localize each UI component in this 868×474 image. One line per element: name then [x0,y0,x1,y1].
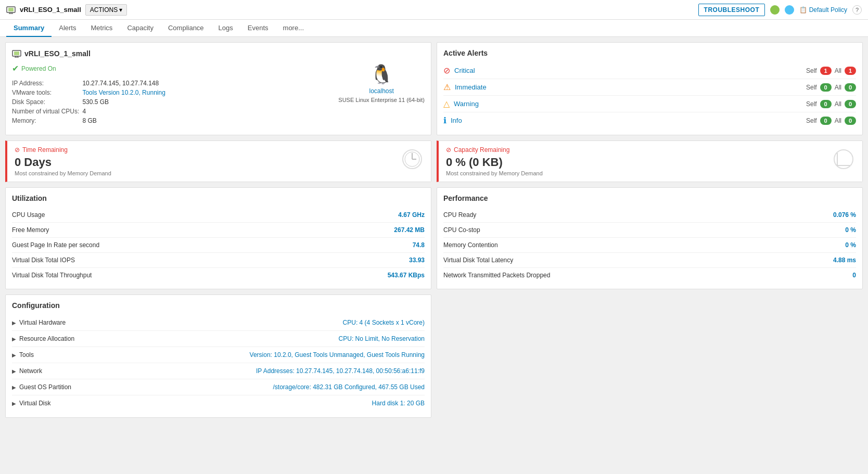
memory-contention-label: Memory Contention [443,241,498,249]
prop-vmtools-value[interactable]: Tools Version 10.2.0, Running [82,88,168,97]
performance-title: Performance [443,194,856,202]
time-clock-icon [401,148,424,175]
active-alerts-card: Active Alerts ⊘ Critical Self 1 All 1 ⚠ [437,42,863,135]
os-hostname[interactable]: localhost [369,87,393,95]
config-virtual-disk[interactable]: ▶ Virtual Disk Hard disk 1: 20 GB [12,395,425,411]
tab-compliance[interactable]: Compliance [161,20,211,37]
alert-all-label-critical: All [835,67,841,74]
prop-cpu: Number of virtual CPUs: 4 [12,107,169,116]
troubleshoot-button[interactable]: TROUBLESHOOT [698,4,765,16]
alert-name-info[interactable]: Info [451,117,462,124]
configuration-title: Configuration [12,301,425,310]
vm-info-header: vRLI_ESO_1_small [12,49,425,58]
alert-self-label-warning: Self [806,100,817,108]
memory-contention-value: 0 % [845,241,856,249]
config-guest-os-left: ▶ Guest OS Partition [12,383,71,391]
chevron-virtual-hardware: ▶ [12,320,16,326]
alert-row-critical: ⊘ Critical Self 1 All 1 [443,62,856,79]
time-remaining-sub: Most constrained by Memory Demand [15,170,111,176]
alert-name-critical[interactable]: Critical [454,67,475,74]
config-guest-os[interactable]: ▶ Guest OS Partition /storage/core: 482.… [12,379,425,395]
metric-memory-contention: Memory Contention 0 % [443,238,856,253]
network-packets-label: Network Transmitted Packets Dropped [443,272,550,279]
tab-more[interactable]: more... [276,20,311,37]
utilization-card: Utilization CPU Usage 4.67 GHz Free Memo… [5,187,431,289]
alert-all-badge-immediate: 0 [845,83,856,92]
svg-rect-6 [14,52,19,55]
metric-disk-throughput: Virtual Disk Total Throughput 543.67 KBp… [12,268,425,283]
performance-card: Performance CPU Ready 0.076 % CPU Co-sto… [437,187,863,289]
top-bar-right: TROUBLESHOOT 📋 Default Policy ? [698,4,862,16]
config-resource-allocation-label: Resource Allocation [19,335,74,342]
capacity-remaining-content: ⊘ Capacity Remaining 0 % (0 KB) Most con… [446,146,543,176]
config-virtual-hardware[interactable]: ▶ Virtual Hardware CPU: 4 (4 Sockets x 1… [12,315,425,331]
chevron-tools: ▶ [12,352,16,358]
prop-memory-value: 8 GB [82,116,168,125]
config-virtual-hardware-label: Virtual Hardware [19,319,66,326]
config-network-label: Network [19,367,42,375]
os-info: 🐧 localhost SUSE Linux Enterprise 11 (64… [338,63,425,103]
os-logo-icon: 🐧 [370,63,393,85]
vm-props: IP Address: 10.27.74.145, 10.27.74.148 V… [12,79,169,125]
tab-capacity[interactable]: Capacity [120,20,161,37]
configuration-card: Configuration ▶ Virtual Hardware CPU: 4 … [5,294,431,418]
config-resource-allocation[interactable]: ▶ Resource Allocation CPU: No Limit, No … [12,331,425,347]
cpu-ready-label: CPU Ready [443,211,476,219]
policy-icon: 📋 [799,6,807,14]
alert-all-label-warning: All [835,100,841,108]
tab-metrics[interactable]: Metrics [83,20,120,37]
config-resource-allocation-left: ▶ Resource Allocation [12,335,74,342]
top-bar: vRLI_ESO_1_small ACTIONS ▾ TROUBLESHOOT … [0,0,868,20]
prop-cpu-label: Number of virtual CPUs: [12,107,82,116]
immediate-icon: ⚠ [443,82,451,92]
help-icon[interactable]: ? [852,5,862,15]
policy-link[interactable]: 📋 Default Policy [799,6,847,14]
alert-right-warning: Self 0 All 0 [806,100,856,108]
cpu-usage-label: CPU Usage [12,211,45,219]
critical-icon: ⊘ [443,66,450,75]
cpu-usage-value: 4.67 GHz [398,211,425,219]
alert-self-label-info: Self [806,117,817,124]
config-guest-os-label: Guest OS Partition [19,383,71,391]
vm-info-body: ✔ Powered On IP Address: 10.27.74.145, 1… [12,63,425,125]
config-tools[interactable]: ▶ Tools Version: 10.2.0, Guest Tools Unm… [12,347,425,363]
capacity-remaining-title: Capacity Remaining [454,146,509,153]
guest-page-value: 74.8 [413,241,425,249]
tab-summary[interactable]: Summary [6,20,52,37]
actions-chevron: ▾ [119,6,122,14]
time-remaining-card: ⊘ Time Remaining 0 Days Most constrained… [5,140,431,182]
alert-name-warning[interactable]: Warning [454,100,479,108]
tab-logs[interactable]: Logs [211,20,240,37]
right-spacer [437,294,863,418]
metric-cpu-usage: CPU Usage 4.67 GHz [12,208,425,223]
free-memory-value: 267.42 MB [394,226,425,234]
alert-all-label-info: All [835,117,841,124]
cpu-costop-label: CPU Co-stop [443,226,480,234]
config-tools-value: Version: 10.2.0, Guest Tools Unmanaged, … [250,351,425,358]
metric-guest-page: Guest Page In Rate per second 74.8 [12,238,425,253]
time-remaining-warning: ⊘ Time Remaining [15,146,111,153]
chevron-resource-allocation: ▶ [12,336,16,342]
nav-tabs: Summary Alerts Metrics Capacity Complian… [0,20,868,37]
alerts-title: Active Alerts [443,49,856,57]
vm-name-topbar: vRLI_ESO_1_small [20,6,81,14]
tab-alerts[interactable]: Alerts [52,20,83,37]
tab-events[interactable]: Events [240,20,276,37]
disk-latency-label: Virtual Disk Total Latency [443,257,513,264]
disk-iops-label: Virtual Disk Total IOPS [12,257,75,264]
network-packets-value: 0 [852,272,856,279]
os-name: SUSE Linux Enterprise 11 (64-bit) [338,97,425,103]
prop-memory: Memory: 8 GB [12,116,169,125]
alert-self-label-immediate: Self [806,84,817,91]
config-guest-os-value: /storage/core: 482.31 GB Configured, 467… [273,383,425,391]
metric-network-packets: Network Transmitted Packets Dropped 0 [443,268,856,283]
alert-name-immediate[interactable]: Immediate [455,83,487,91]
prop-ip: IP Address: 10.27.74.145, 10.27.74.148 [12,79,169,88]
actions-label: ACTIONS [90,6,118,14]
alert-right-info: Self 0 All 0 [806,117,856,125]
config-network[interactable]: ▶ Network IP Addresses: 10.27.74.145, 10… [12,363,425,379]
warning-icon: △ [443,99,450,109]
actions-button[interactable]: ACTIONS ▾ [85,4,127,16]
prop-disk-value: 530.5 GB [82,97,168,107]
svg-rect-1 [8,8,14,11]
